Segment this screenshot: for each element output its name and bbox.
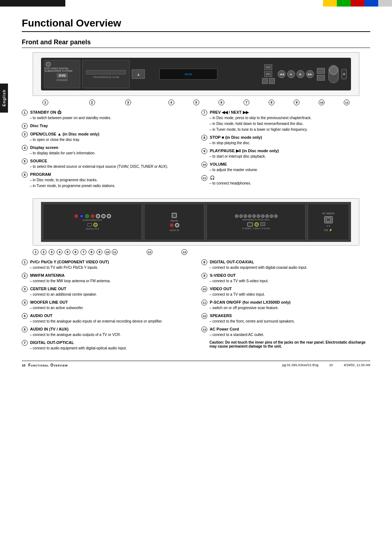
front-item-4: 4 Display screen to display details for … (22, 145, 191, 156)
source-prog-group: SRC PRG (262, 64, 275, 84)
rear-item-1: 1 Pr/Cr Pb/Cb Y (COMPONENT VIDEO OUT) co… (22, 259, 191, 270)
rear-item-11-desc: switch on or off progressive scan featur… (201, 305, 370, 311)
color-grey (378, 0, 392, 7)
front-panel-inner: DVD VIDEO DIGITAL SUBWOOFER SYSTEM DVD S… (41, 58, 351, 90)
footer-right: pg 01-26/LX3xxx/21-Eng 10 4/16/02, 11:20… (282, 363, 370, 367)
digital-connectors (87, 223, 98, 227)
spk-fl-pos (235, 214, 238, 218)
caution-bold: Caution: Do not touch the inner pins of … (209, 340, 366, 348)
rear-item-3-title: 3 CENTER LINE OUT (22, 286, 191, 292)
rear-speaker-section: SPEAKERS FL FR RL RR C S-VIDEO / VIDEO /… (207, 204, 305, 240)
spk-fr-neg (248, 214, 252, 218)
dvd-label-visual: DVD (57, 73, 68, 78)
prev-btn-visual: ◀◀ (278, 70, 286, 78)
rear-item-12-desc: connect to the front, centre and surroun… (201, 319, 370, 324)
top-bar-black (0, 0, 65, 7)
next-btn-visual: ▶▶ (306, 70, 314, 78)
front-num-9: 9 (294, 100, 299, 105)
rear-left-section: AUDIO/VIDEO OUT DIGITAL OUT (43, 204, 142, 240)
stop-btn-visual: ■ (287, 70, 295, 78)
digital-label: DIGITAL OUT (86, 228, 99, 230)
rear-num-circle-12: 12 (201, 313, 207, 319)
front-num-10: 10 (319, 100, 324, 105)
ac-label: o o (327, 224, 330, 227)
caution-text: Caution: Do not touch the inner pins of … (201, 340, 370, 348)
rear-item-8-desc: connect to audio equipment with digital-… (201, 265, 370, 270)
front-item-8-desc: to stop playing the disc. (201, 141, 370, 146)
rear-ac-section: AC MAINS o o CE ⚡ (308, 204, 349, 240)
video-label: S-VIDEO / VIDEO / P-SCAN (242, 227, 270, 230)
front-panel-right: SRC PRG ◀◀ ■ (232, 60, 348, 88)
standby-button-visual (46, 62, 51, 67)
video-out-connector (254, 222, 259, 227)
front-num-8: 8 (269, 100, 274, 105)
rear-item-5: 5 AUDIO OUT connect to the analogue audi… (22, 313, 191, 324)
ac-connector-inner (326, 218, 331, 222)
footer-page-num: 10 (22, 364, 25, 367)
rear-item-4-title: 4 WOOFER LINE OUT (22, 300, 191, 305)
front-num-circle-5: 5 (22, 158, 28, 164)
front-item-7-desc: in Disc mode, press to skip to the previ… (201, 116, 370, 132)
front-item-10-title: 10 VOLUME (201, 162, 370, 167)
rear-item-7: 7 DIGITAL OUT-OPTICAL connect to audio e… (22, 340, 191, 351)
front-item-3: 3 OPEN/CLOSE ▲ (in Disc mode only) to op… (22, 131, 191, 142)
front-item-11: 11 🎧 to connect headphones. (201, 175, 370, 186)
front-item-1-desc: to switch between power on and standby m… (22, 116, 191, 121)
indicator-1 (262, 78, 268, 84)
rear-num-circle-5: 5 (22, 313, 28, 319)
front-item-1-title: 1 STANDBY ON ⏻ (22, 110, 191, 116)
front-desc-columns: 1 STANDBY ON ⏻ to switch between power o… (22, 110, 370, 191)
front-num-circle-10: 10 (201, 162, 207, 167)
rear-item-3-desc: connect to an additional centre speaker. (22, 292, 191, 297)
antenna-label: MW/FM (171, 220, 178, 222)
spk-rr-pos (261, 214, 265, 218)
front-panel-left: DVD VIDEO DIGITAL SUBWOOFER SYSTEM DVD S… (44, 60, 80, 88)
front-item-6-desc: in Disc mode, to programme disc tracks. … (22, 178, 191, 189)
rear-item-4-desc: connect to an active subwoofer. (22, 305, 191, 311)
volume-knob-visual (328, 65, 339, 83)
rear-item-6-desc: connect to the analogue audio outputs of… (22, 332, 191, 337)
front-item-11-title: 11 🎧 (201, 175, 370, 181)
extra-btn-1 (317, 68, 325, 74)
stop-icon: ■ (290, 73, 292, 76)
ce-mark: CE (324, 228, 328, 232)
front-panel-diagram: DVD VIDEO DIGITAL SUBWOOFER SYSTEM DVD S… (33, 52, 359, 96)
front-item-4-desc: to display details for user's informatio… (22, 151, 191, 156)
rear-num-2: 2 (41, 249, 46, 255)
audio-out-l (96, 214, 100, 218)
front-item-7: 7 PREV ◀◀ / NEXT ▶▶ in Disc mode, press … (201, 110, 370, 132)
digital-optical (87, 223, 92, 226)
front-item-10: 10 VOLUME to adjust the master volume. (201, 162, 370, 173)
rear-item-4: 4 WOOFER LINE OUT connect to an active s… (22, 300, 191, 311)
rear-desc-left: 1 Pr/Cr Pb/Cb Y (COMPONENT VIDEO OUT) co… (22, 259, 191, 353)
rear-num-circle-6: 6 (22, 327, 28, 332)
disc-tray-visual: PROGRESSIVE SCAN (82, 60, 130, 88)
audio-in-l (175, 223, 179, 227)
play-icon: ▶ (299, 73, 302, 76)
footer-date: 4/16/02, 11:20 AM (344, 363, 370, 367)
rear-num-circle-7: 7 (22, 340, 28, 346)
video-connectors (247, 222, 265, 227)
front-item-11-desc: to connect headphones. (201, 181, 370, 186)
color-blue (364, 0, 378, 7)
rear-item-8-title: 8 DIGITAL OUT-COAXIAL (201, 259, 370, 265)
front-num-circle-1: 1 (22, 110, 28, 116)
rear-item-2-title: 2 MW/FM ANTENNA (22, 273, 191, 279)
rear-num-8: 8 (89, 249, 94, 255)
rear-num-13: 13 (181, 249, 187, 255)
rear-item-11-title: 11 P-SCAN ON/OFF (for model LX3500D only… (201, 300, 370, 305)
footer-page: 10 (329, 363, 333, 367)
source-icon: SRC (266, 66, 271, 68)
gs-mark: ⚡ (329, 228, 332, 232)
front-item-6-title: 6 PROGRAM (22, 172, 191, 178)
front-num-circle-8: 8 (201, 135, 207, 141)
woofer-out (107, 214, 111, 218)
front-item-2: 2 Disc Tray (22, 123, 191, 129)
ac-connector (324, 216, 333, 223)
front-item-5-title: 5 SOURCE (22, 158, 191, 164)
front-item-3-title: 3 OPEN/CLOSE ▲ (in Disc mode only) (22, 131, 191, 137)
rear-item-13-title: 13 AC Power Cord (201, 327, 370, 332)
top-bar-colors (323, 0, 392, 7)
display-screen-visual: 00:00 (159, 69, 217, 80)
audio-in-connectors (170, 223, 179, 227)
